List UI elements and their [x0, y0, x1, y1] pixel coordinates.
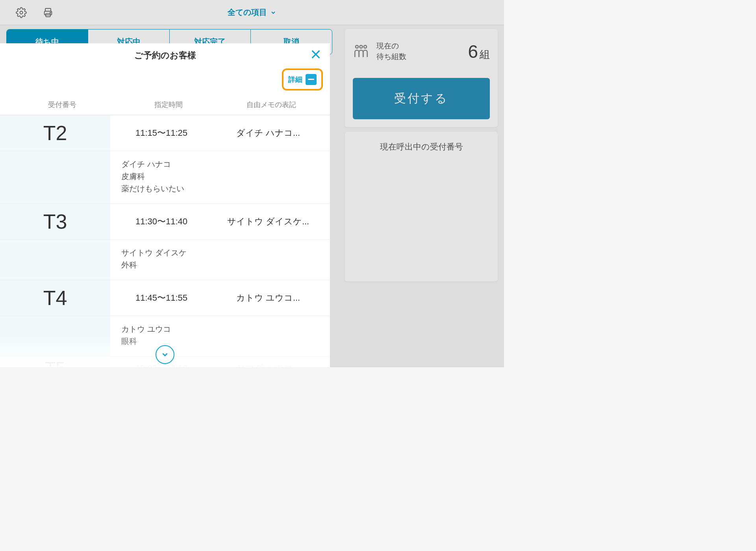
row-number: T3 — [0, 204, 110, 239]
close-icon[interactable] — [309, 48, 322, 61]
list-row[interactable]: T4 11:45〜11:55 カトウ ユウコ... — [0, 280, 330, 316]
waiting-label-1: 現在の — [376, 41, 406, 52]
list-row-detail: サイトウ ダイスケ 外科 — [0, 240, 330, 280]
chevron-down-icon — [270, 9, 276, 16]
row-memo-short: カトウ ユウコ... — [213, 292, 330, 304]
scroll-down-button[interactable] — [156, 345, 174, 364]
svg-point-3 — [50, 12, 51, 13]
reservation-modal: ご予約のお客様 詳細 受付番号 指定時間 自由メモの表記 T2 11:15〜11… — [0, 43, 330, 367]
row-memo-short: サイトウ ダイスケ... — [213, 216, 330, 227]
settings-icon[interactable] — [16, 7, 27, 18]
waiting-panel: 現在の 待ち組数 6 組 受付する — [345, 29, 498, 127]
col-time: 指定時間 — [117, 100, 220, 109]
row-time: 11:30〜11:40 — [110, 216, 213, 227]
col-memo: 自由メモの表記 — [220, 100, 323, 109]
svg-point-6 — [364, 45, 367, 48]
row-number: T2 — [0, 115, 110, 151]
waiting-count-unit: 組 — [480, 48, 490, 61]
list-header: 受付番号 指定時間 自由メモの表記 — [0, 100, 330, 115]
modal-title: ご予約のお客様 — [0, 50, 330, 61]
detail-toggle-label: 詳細 — [288, 75, 302, 84]
row-memo-short: ダイチ ハナコ... — [213, 127, 330, 139]
svg-point-0 — [20, 11, 23, 14]
waiting-label-2: 待ち組数 — [376, 52, 406, 62]
col-number: 受付番号 — [7, 100, 117, 109]
waiting-count-number: 6 — [468, 41, 478, 62]
calling-panel: 現在呼出中の受付番号 — [345, 132, 498, 281]
filter-label: 全ての項目 — [228, 7, 267, 18]
svg-point-4 — [356, 45, 358, 48]
printer-icon[interactable] — [43, 7, 54, 18]
row-memo-short: ヤマダ トモコ... — [213, 362, 330, 367]
accept-button[interactable]: 受付する — [353, 78, 490, 119]
row-memo-full: サイトウ ダイスケ 外科 — [110, 240, 330, 280]
svg-point-5 — [360, 45, 363, 48]
list-row[interactable]: T2 11:15〜11:25 ダイチ ハナコ... — [0, 115, 330, 151]
list-row-detail: ダイチ ハナコ 皮膚科 薬だけもらいたい — [0, 151, 330, 204]
row-time: 11:15〜11:25 — [110, 127, 213, 139]
people-icon — [353, 43, 369, 60]
row-number: T4 — [0, 280, 110, 316]
topbar: 全ての項目 — [0, 0, 504, 25]
calling-label: 現在呼出中の受付番号 — [354, 141, 488, 152]
detail-toggle[interactable]: 詳細 — [282, 68, 323, 91]
minus-icon — [306, 74, 317, 85]
chevron-down-icon — [161, 350, 169, 359]
row-number: T5 — [0, 357, 110, 367]
list-body[interactable]: T2 11:15〜11:25 ダイチ ハナコ... ダイチ ハナコ 皮膚科 薬だ… — [0, 115, 330, 367]
row-memo-full: ダイチ ハナコ 皮膚科 薬だけもらいたい — [110, 151, 330, 203]
row-memo-full: カトウ ユウコ 眼科 — [110, 316, 330, 356]
row-time: 11:45〜11:55 — [110, 292, 213, 304]
list-row[interactable]: T3 11:30〜11:40 サイトウ ダイスケ... — [0, 204, 330, 240]
filter-dropdown[interactable]: 全ての項目 — [228, 7, 276, 18]
